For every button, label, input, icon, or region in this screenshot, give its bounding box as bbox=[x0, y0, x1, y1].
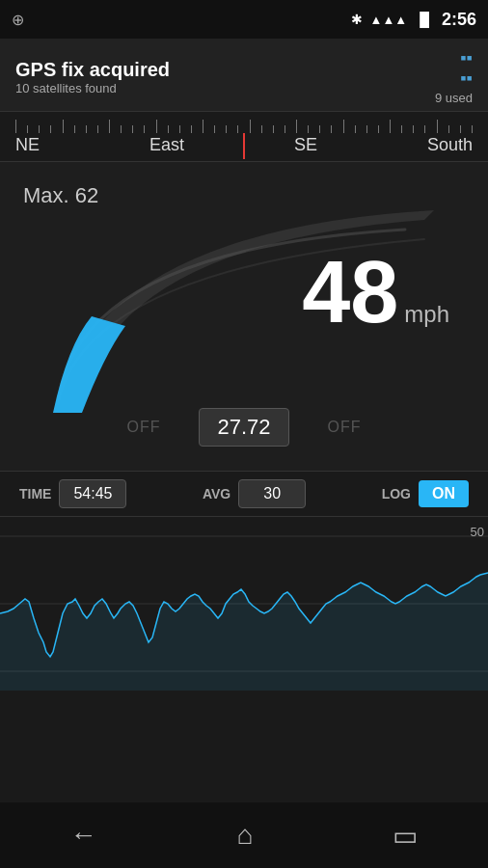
log-label: LOG bbox=[382, 486, 411, 502]
compass-South: South bbox=[427, 135, 473, 155]
compass-SE: SE bbox=[294, 135, 317, 155]
location-icon: ⊕ bbox=[12, 11, 24, 29]
compass-bar: NE East SE South bbox=[0, 112, 488, 162]
speed-display: 48 mph bbox=[302, 249, 449, 336]
satellite-squares-icon: ▪▪▪▪ bbox=[460, 48, 473, 89]
gps-satellites: 10 satellites found bbox=[15, 81, 170, 95]
status-bar: ⊕ ✱ ▲▲▲ ▐▌ 2:56 bbox=[0, 0, 488, 39]
compass-labels: NE East SE South bbox=[0, 133, 488, 159]
recent-button[interactable]: ▭ bbox=[393, 820, 418, 852]
log-group: LOG ON bbox=[382, 480, 469, 507]
log-toggle[interactable]: ON bbox=[419, 480, 469, 507]
odo-value: 27.72 bbox=[199, 408, 288, 447]
odo-right-off: OFF bbox=[328, 419, 362, 436]
speedometer-section: Max. 62 48 mph OFF 27.72 OFF bbox=[0, 162, 488, 471]
compass-needle bbox=[243, 133, 245, 159]
speed-unit: mph bbox=[404, 301, 449, 328]
avg-group: AVG 30 bbox=[203, 479, 306, 508]
gps-title: GPS fix acquired bbox=[15, 59, 170, 81]
avg-value: 30 bbox=[238, 479, 306, 508]
bluetooth-icon: ✱ bbox=[351, 12, 363, 27]
svg-marker-3 bbox=[0, 573, 488, 691]
time-group: TIME 54:45 bbox=[19, 479, 126, 508]
home-button[interactable]: ⌂ bbox=[237, 820, 254, 851]
compass-East: East bbox=[149, 135, 184, 155]
time-label: TIME bbox=[19, 486, 51, 502]
odo-left-off: OFF bbox=[126, 419, 160, 436]
chart-svg bbox=[0, 517, 488, 691]
compass-NE: NE bbox=[15, 135, 40, 155]
odo-row: OFF 27.72 OFF bbox=[0, 408, 488, 447]
time-value: 54:45 bbox=[59, 479, 126, 508]
gps-header: GPS fix acquired 10 satellites found ▪▪▪… bbox=[0, 39, 488, 112]
signal-icon: ▲▲▲ bbox=[370, 13, 408, 27]
nav-bar: ← ⌂ ▭ bbox=[0, 802, 488, 868]
stats-row: TIME 54:45 AVG 30 LOG ON bbox=[0, 471, 488, 517]
avg-label: AVG bbox=[203, 486, 230, 502]
gps-used: 9 used bbox=[435, 91, 473, 105]
speed-value: 48 bbox=[302, 249, 398, 336]
clock: 2:56 bbox=[442, 10, 476, 30]
chart-label-50: 50 bbox=[471, 525, 484, 539]
chart-container: 50 bbox=[0, 517, 488, 691]
battery-icon: ▐▌ bbox=[415, 12, 434, 27]
back-button[interactable]: ← bbox=[70, 820, 97, 851]
